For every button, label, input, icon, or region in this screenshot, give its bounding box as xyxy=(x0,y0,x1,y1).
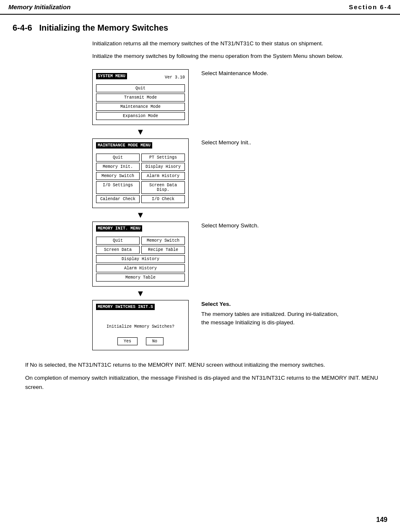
section-label: Section 6-4 xyxy=(349,3,392,10)
screen-maintenance-menu: MAINTENANCE MODE MENU Quit PT Settings M… xyxy=(92,138,189,208)
screen1-btn-expansion: Expansion Mode xyxy=(96,112,185,120)
screen4-no-btn[interactable]: No xyxy=(146,337,164,345)
screen1-btn-maintenance: Maintenance Mode xyxy=(96,103,185,111)
s2-memory-init: Memory Init. xyxy=(96,163,140,171)
footer-para-1: If No is selected, the NT31/NT31C return… xyxy=(25,360,387,370)
s2-io-check: I/O Check xyxy=(141,195,185,203)
s2-io-settings: I/O Settings xyxy=(96,181,140,194)
s3-memory-table: Memory Table xyxy=(96,274,185,282)
screen4-prompt: Initialize Memory Switches? xyxy=(96,324,185,329)
arrow-1: ▼ xyxy=(92,125,189,138)
diagram-row-3: MEMORY INIT. MENU Quit Memory Switch Scr… xyxy=(92,222,259,287)
screen-memory-init-menu: MEMORY INIT. MENU Quit Memory Switch Scr… xyxy=(92,222,189,287)
screen4-desc-line1: Select Yes. xyxy=(201,300,340,308)
s2-calendar-check: Calendar Check xyxy=(96,195,140,203)
screen2-description: Select Memory Init.. xyxy=(201,138,251,147)
s2-display-history: Display Hisory xyxy=(141,163,185,171)
diagram-row-4: MEMORY SWITCHES INIT.S Initialize Memory… xyxy=(92,300,340,350)
screen-system-menu: SYSTEM MENU Ver 3.10 Quit Transmit Mode … xyxy=(92,69,189,125)
s3-quit: Quit xyxy=(96,237,140,245)
screen-memory-switches-init: MEMORY SWITCHES INIT.S Initialize Memory… xyxy=(92,300,189,350)
page-number: 149 xyxy=(376,516,387,524)
body-paragraph-2: Initialize the memory switches by follow… xyxy=(92,52,387,60)
screen3-description: Select Memory Switch. xyxy=(201,222,259,230)
screen3-title: MEMORY INIT. MENU xyxy=(96,225,142,232)
screen1-ver: Ver 3.10 xyxy=(165,75,185,80)
screen2-title: MAINTENANCE MODE MENU xyxy=(96,142,152,149)
section-title: 6-4-6 Initializing the Memory Switches xyxy=(13,23,387,33)
page-content: 6-4-6 Initializing the Memory Switches I… xyxy=(0,15,400,404)
screen1-title: SYSTEM MENU xyxy=(96,73,127,79)
s3-screen-data: Screen Data xyxy=(96,246,140,254)
screen1-btn-transmit: Transmit Mode xyxy=(96,94,185,102)
s2-alarm-history: Alarm History xyxy=(141,172,185,180)
s2-screen-data-disp: Screen Data Disp. xyxy=(141,181,185,194)
diagram-row-1: SYSTEM MENU Ver 3.10 Quit Transmit Mode … xyxy=(92,69,268,125)
s3-alarm-history: Alarm History xyxy=(96,264,185,272)
arrow-3: ▼ xyxy=(92,287,189,300)
s3-memory-switch: Memory Switch xyxy=(141,237,185,245)
screen1-btn-quit: Quit xyxy=(96,84,185,92)
diagrams-container: SYSTEM MENU Ver 3.10 Quit Transmit Mode … xyxy=(92,69,387,350)
screen4-description: Select Yes. The memory tables are initia… xyxy=(201,300,340,327)
s2-memory-switch: Memory Switch xyxy=(96,172,140,180)
s3-display-history: Display History xyxy=(96,255,185,263)
diagram-row-2: MAINTENANCE MODE MENU Quit PT Settings M… xyxy=(92,138,251,208)
body-paragraph-1: Initialization returns all the memory sw… xyxy=(92,39,387,48)
screen1-description: Select Maintenance Mode. xyxy=(201,69,268,78)
s2-pt-settings: PT Settings xyxy=(141,154,185,162)
s2-quit: Quit xyxy=(96,154,140,162)
page-header: Memory Initialization Section 6-4 xyxy=(0,0,400,15)
footer-section: If No is selected, the NT31/NT31C return… xyxy=(13,360,387,392)
screen4-title: MEMORY SWITCHES INIT.S xyxy=(96,304,155,310)
chapter-title: Memory Initialization xyxy=(8,3,70,10)
footer-para-2: On completion of memory switch initializ… xyxy=(25,373,387,391)
s3-recipe-table: Recipe Table xyxy=(141,246,185,254)
screen4-yes-btn[interactable]: Yes xyxy=(117,337,138,345)
arrow-2: ▼ xyxy=(92,208,189,222)
screen4-desc-line2: The memory tables are initialized. Durin… xyxy=(201,310,340,327)
